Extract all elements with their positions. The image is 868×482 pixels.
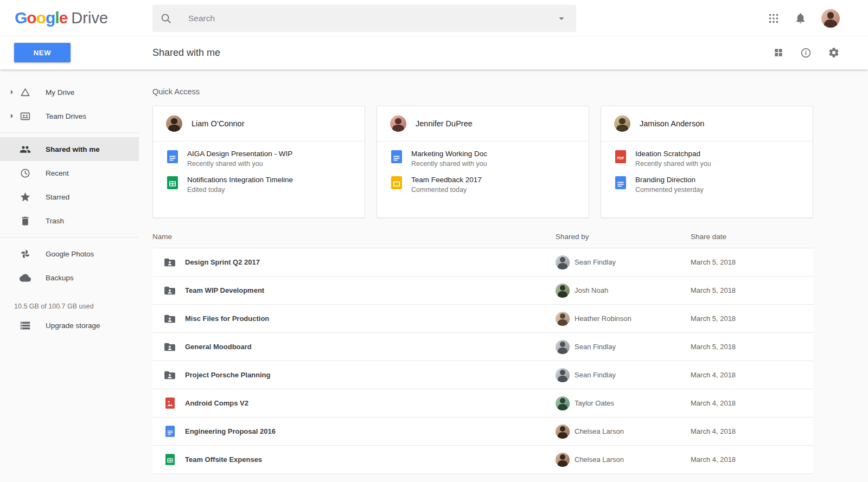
sidebar-item-label: Recent [46,169,69,177]
sidebar-item-backups[interactable]: Backups [0,266,139,290]
share-date: March 4, 2018 [691,427,813,435]
sidebar-item-starred[interactable]: Starred [0,185,139,209]
sheets-icon [163,454,176,465]
logo-letter: l [55,9,59,27]
table-row[interactable]: General Moodboard Sean Findlay March 5, … [152,333,813,361]
person-name: Jamison Anderson [640,119,704,128]
shared-folder-icon [163,286,176,295]
sharer-avatar [556,340,570,354]
upgrade-storage-button[interactable]: Upgrade storage [0,313,139,337]
table-row[interactable]: Android Comps V2 Taylor Oates March 4, 2… [152,389,813,417]
column-header-shared-by[interactable]: Shared by [556,233,691,241]
cloud-icon [18,272,31,284]
sharer-name: Chelsea Larson [575,455,624,464]
quick-access-card: Jamison Anderson Ideation Scratchpad Rec… [601,106,813,218]
file-name: Team Offsite Expenses [185,455,262,464]
shared-folder-icon [163,370,176,380]
file-name: Android Comps V2 [185,399,248,407]
table-row[interactable]: Design Sprint Q2 2017 Sean Findlay March… [152,248,813,277]
main-content: Quick Access Liam O’Connor AIGA Design P… [139,69,868,482]
item-subtitle: Edited today [187,186,293,194]
storage-icon [18,320,31,331]
share-date: March 4, 2018 [691,399,813,407]
docs-icon [615,176,626,189]
team-drives-icon [18,111,31,122]
info-icon[interactable] [800,47,812,59]
quick-access-item[interactable]: Marketing Working Doc Recently shared wi… [391,150,576,168]
google-drive-logo[interactable]: GoogleDrive [15,9,108,27]
sheets-icon [167,176,178,189]
quick-access-card: Liam O’Connor AIGA Design Presentation -… [152,106,365,218]
logo-letter: o [27,9,36,27]
quick-access-item[interactable]: Ideation Scratchpad Recently shared with… [615,150,800,168]
sidebar-item-google-photos[interactable]: Google Photos [0,242,139,266]
person-name: Liam O’Connor [192,119,245,128]
expand-caret-icon[interactable] [5,87,18,98]
top-bar: GoogleDrive [0,0,868,69]
quick-access-item[interactable]: Notifications Integration Timeline Edite… [167,176,352,194]
apps-grid-icon[interactable] [768,12,780,24]
sharer-name: Josh Noah [575,286,608,294]
quick-access-item[interactable]: Team Feedback 2017 Commented today [391,176,576,194]
user-avatar[interactable] [821,9,840,28]
file-name: Misc Files for Production [185,314,269,323]
sidebar-item-shared-with-me[interactable]: Shared with me [0,137,139,161]
grid-view-icon[interactable] [773,47,784,58]
card-person-header[interactable]: Liam O’Connor [153,106,365,142]
file-name: Design Sprint Q2 2017 [185,258,260,266]
sidebar-item-label: Shared with me [46,145,100,153]
sharer-avatar [556,453,570,467]
table-row[interactable]: Engineering Proposal 2016 Chelsea Larson… [152,417,813,446]
logo-letter: e [59,9,68,27]
table-row[interactable]: Misc Files for Production Heather Robins… [152,305,813,333]
card-person-header[interactable]: Jennifer DuPree [377,106,589,142]
sidebar-item-team-drives[interactable]: Team Drives [0,104,139,128]
sharer-name: Heather Robinson [575,314,631,323]
search-bar[interactable] [152,5,576,32]
sidebar-divider [0,132,139,133]
quick-access-item[interactable]: AIGA Design Presentation - WIP Recently … [167,150,352,168]
sidebar-divider [0,237,139,237]
sidebar-item-label: Google Photos [46,250,94,258]
table-row[interactable]: Team Offsite Expenses Chelsea Larson Mar… [152,446,813,474]
docs-icon [167,150,178,163]
item-title: Team Feedback 2017 [411,176,482,184]
quick-access-item[interactable]: Branding Direction Commented yesterday [615,176,800,194]
search-icon[interactable] [160,12,172,24]
item-subtitle: Commented today [411,186,482,194]
table-row[interactable]: Team WIP Development Josh Noah March 5, … [152,277,813,305]
sidebar-item-trash[interactable]: Trash [0,209,139,233]
search-options-caret-icon[interactable] [556,12,567,24]
new-button[interactable]: NEW [14,43,71,62]
file-name: Team WIP Development [185,286,264,294]
item-title: AIGA Design Presentation - WIP [187,150,292,158]
table-row[interactable]: Project Porsche Planning Sean Findlay Ma… [152,361,813,389]
app-header: GoogleDrive [0,0,868,36]
column-header-share-date[interactable]: Share date [691,233,813,241]
google-drive-app: GoogleDrive [0,0,868,482]
card-person-header[interactable]: Jamison Anderson [601,106,813,142]
quick-access-card: Jennifer DuPree Marketing Working Doc Re… [376,106,589,218]
sidebar-item-label: Trash [46,217,64,225]
docs-icon [163,426,176,437]
expand-caret-icon[interactable] [5,111,18,121]
sidebar-item-recent[interactable]: Recent [0,161,139,185]
person-name: Jennifer DuPree [416,119,473,128]
sidebar-item-label: My Drive [46,88,74,97]
settings-gear-icon[interactable] [828,47,840,59]
slides-icon [391,176,402,189]
item-title: Notifications Integration Timeline [187,176,293,184]
column-header-name[interactable]: Name [152,233,556,241]
item-title: Marketing Working Doc [411,150,487,158]
notifications-bell-icon[interactable] [794,12,807,24]
search-input[interactable] [188,14,556,23]
logo-product-name: Drive [71,9,108,27]
sidebar-item-my-drive[interactable]: My Drive [0,80,139,104]
share-date: March 4, 2018 [691,371,813,379]
person-avatar [614,115,630,132]
sharer-avatar [556,425,570,439]
pdf-icon [615,150,626,163]
file-list: Name Shared by Share date Design Sprint … [152,233,813,474]
file-name: Engineering Proposal 2016 [185,427,276,435]
shared-folder-icon [163,258,176,267]
